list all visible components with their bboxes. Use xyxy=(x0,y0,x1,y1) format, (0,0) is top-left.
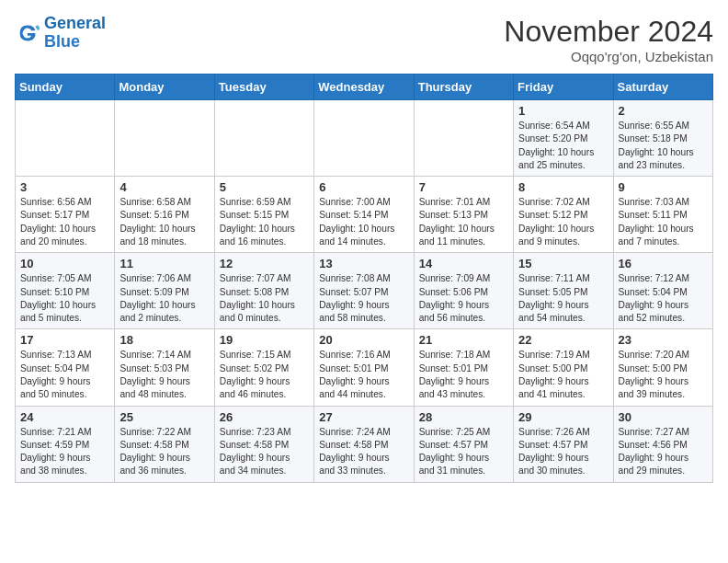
day-info: Sunrise: 7:01 AM Sunset: 5:13 PM Dayligh… xyxy=(419,196,508,248)
day-number: 1 xyxy=(518,104,608,118)
calendar-cell xyxy=(115,100,214,177)
calendar-cell: 26Sunrise: 7:23 AM Sunset: 4:58 PM Dayli… xyxy=(214,406,313,482)
calendar-cell xyxy=(314,100,414,177)
location: Oqqo'rg'on, Uzbekistan xyxy=(504,49,713,64)
day-number: 18 xyxy=(119,333,209,347)
page-header: General Blue November 2024 Oqqo'rg'on, U… xyxy=(15,15,713,64)
day-number: 8 xyxy=(518,180,608,194)
logo-icon xyxy=(15,20,40,46)
day-number: 14 xyxy=(419,257,508,270)
day-info: Sunrise: 7:11 AM Sunset: 5:05 PM Dayligh… xyxy=(518,272,608,325)
day-info: Sunrise: 6:54 AM Sunset: 5:20 PM Dayligh… xyxy=(518,120,608,172)
day-number: 20 xyxy=(319,333,408,347)
calendar-cell: 6Sunrise: 7:00 AM Sunset: 5:14 PM Daylig… xyxy=(314,177,414,253)
weekday-header: Monday xyxy=(115,75,214,100)
calendar-cell xyxy=(16,100,115,177)
day-info: Sunrise: 6:59 AM Sunset: 5:15 PM Dayligh… xyxy=(220,196,309,248)
day-info: Sunrise: 7:14 AM Sunset: 5:03 PM Dayligh… xyxy=(119,349,209,401)
calendar-week-row: 17Sunrise: 7:13 AM Sunset: 5:04 PM Dayli… xyxy=(16,329,713,406)
calendar-cell: 19Sunrise: 7:15 AM Sunset: 5:02 PM Dayli… xyxy=(214,329,313,406)
logo: General Blue xyxy=(15,15,106,52)
calendar-cell: 18Sunrise: 7:14 AM Sunset: 5:03 PM Dayli… xyxy=(115,329,214,406)
weekday-header: Sunday xyxy=(16,75,115,100)
calendar-cell xyxy=(214,100,313,177)
day-info: Sunrise: 7:27 AM Sunset: 4:56 PM Dayligh… xyxy=(619,426,708,478)
calendar-cell: 29Sunrise: 7:26 AM Sunset: 4:57 PM Dayli… xyxy=(514,406,613,482)
calendar-cell: 1Sunrise: 6:54 AM Sunset: 5:20 PM Daylig… xyxy=(514,100,613,177)
day-number: 9 xyxy=(619,180,708,194)
day-number: 7 xyxy=(419,180,508,194)
day-info: Sunrise: 7:12 AM Sunset: 5:04 PM Dayligh… xyxy=(619,272,708,325)
calendar-cell: 7Sunrise: 7:01 AM Sunset: 5:13 PM Daylig… xyxy=(414,177,513,253)
calendar: SundayMondayTuesdayWednesdayThursdayFrid… xyxy=(15,74,713,483)
day-number: 21 xyxy=(419,333,508,347)
calendar-cell: 21Sunrise: 7:18 AM Sunset: 5:01 PM Dayli… xyxy=(414,329,513,406)
day-info: Sunrise: 7:18 AM Sunset: 5:01 PM Dayligh… xyxy=(419,349,508,401)
calendar-cell: 10Sunrise: 7:05 AM Sunset: 5:10 PM Dayli… xyxy=(16,253,115,329)
day-info: Sunrise: 7:08 AM Sunset: 5:07 PM Dayligh… xyxy=(319,272,408,325)
day-info: Sunrise: 7:05 AM Sunset: 5:10 PM Dayligh… xyxy=(20,272,109,325)
day-info: Sunrise: 7:00 AM Sunset: 5:14 PM Dayligh… xyxy=(319,196,408,248)
day-info: Sunrise: 7:16 AM Sunset: 5:01 PM Dayligh… xyxy=(319,349,408,401)
day-info: Sunrise: 7:20 AM Sunset: 5:00 PM Dayligh… xyxy=(619,349,708,401)
day-info: Sunrise: 7:07 AM Sunset: 5:08 PM Dayligh… xyxy=(220,272,309,325)
calendar-cell: 17Sunrise: 7:13 AM Sunset: 5:04 PM Dayli… xyxy=(16,329,115,406)
title-block: November 2024 Oqqo'rg'on, Uzbekistan xyxy=(504,15,713,64)
day-number: 10 xyxy=(20,257,109,270)
day-info: Sunrise: 7:25 AM Sunset: 4:57 PM Dayligh… xyxy=(419,426,508,478)
calendar-cell: 4Sunrise: 6:58 AM Sunset: 5:16 PM Daylig… xyxy=(115,177,214,253)
day-number: 26 xyxy=(220,410,309,424)
day-number: 3 xyxy=(20,180,109,194)
calendar-cell: 20Sunrise: 7:16 AM Sunset: 5:01 PM Dayli… xyxy=(314,329,414,406)
calendar-cell: 24Sunrise: 7:21 AM Sunset: 4:59 PM Dayli… xyxy=(16,406,115,482)
day-number: 13 xyxy=(319,257,408,270)
calendar-week-row: 1Sunrise: 6:54 AM Sunset: 5:20 PM Daylig… xyxy=(16,100,713,177)
weekday-header: Tuesday xyxy=(214,75,313,100)
day-number: 27 xyxy=(319,410,408,424)
day-number: 19 xyxy=(220,333,309,347)
weekday-header: Friday xyxy=(514,75,613,100)
day-number: 29 xyxy=(518,410,608,424)
day-number: 11 xyxy=(119,257,209,270)
calendar-cell: 9Sunrise: 7:03 AM Sunset: 5:11 PM Daylig… xyxy=(613,177,712,253)
calendar-cell: 5Sunrise: 6:59 AM Sunset: 5:15 PM Daylig… xyxy=(214,177,313,253)
weekday-header: Wednesday xyxy=(314,75,414,100)
day-info: Sunrise: 7:09 AM Sunset: 5:06 PM Dayligh… xyxy=(419,272,508,325)
calendar-cell: 27Sunrise: 7:24 AM Sunset: 4:58 PM Dayli… xyxy=(314,406,414,482)
day-number: 22 xyxy=(518,333,608,347)
day-number: 28 xyxy=(419,410,508,424)
calendar-cell: 13Sunrise: 7:08 AM Sunset: 5:07 PM Dayli… xyxy=(314,253,414,329)
calendar-cell: 15Sunrise: 7:11 AM Sunset: 5:05 PM Dayli… xyxy=(514,253,613,329)
day-info: Sunrise: 7:23 AM Sunset: 4:58 PM Dayligh… xyxy=(220,426,309,478)
day-number: 15 xyxy=(518,257,608,270)
calendar-cell: 2Sunrise: 6:55 AM Sunset: 5:18 PM Daylig… xyxy=(613,100,712,177)
weekday-row: SundayMondayTuesdayWednesdayThursdayFrid… xyxy=(16,75,713,100)
day-info: Sunrise: 7:22 AM Sunset: 4:58 PM Dayligh… xyxy=(119,426,209,478)
day-number: 24 xyxy=(20,410,109,424)
day-info: Sunrise: 7:13 AM Sunset: 5:04 PM Dayligh… xyxy=(20,349,109,401)
day-number: 12 xyxy=(220,257,309,270)
calendar-body: 1Sunrise: 6:54 AM Sunset: 5:20 PM Daylig… xyxy=(16,100,713,483)
month-title: November 2024 xyxy=(504,15,713,49)
calendar-cell: 22Sunrise: 7:19 AM Sunset: 5:00 PM Dayli… xyxy=(514,329,613,406)
calendar-cell: 30Sunrise: 7:27 AM Sunset: 4:56 PM Dayli… xyxy=(613,406,712,482)
day-info: Sunrise: 7:26 AM Sunset: 4:57 PM Dayligh… xyxy=(518,426,608,478)
calendar-cell: 28Sunrise: 7:25 AM Sunset: 4:57 PM Dayli… xyxy=(414,406,513,482)
day-info: Sunrise: 7:15 AM Sunset: 5:02 PM Dayligh… xyxy=(220,349,309,401)
day-info: Sunrise: 7:21 AM Sunset: 4:59 PM Dayligh… xyxy=(20,426,109,478)
day-number: 30 xyxy=(619,410,708,424)
logo-text: General Blue xyxy=(44,15,106,52)
calendar-header: SundayMondayTuesdayWednesdayThursdayFrid… xyxy=(16,75,713,100)
day-info: Sunrise: 7:02 AM Sunset: 5:12 PM Dayligh… xyxy=(518,196,608,248)
calendar-cell: 16Sunrise: 7:12 AM Sunset: 5:04 PM Dayli… xyxy=(613,253,712,329)
day-info: Sunrise: 6:55 AM Sunset: 5:18 PM Dayligh… xyxy=(619,120,708,172)
day-info: Sunrise: 7:19 AM Sunset: 5:00 PM Dayligh… xyxy=(518,349,608,401)
day-number: 2 xyxy=(619,104,708,118)
calendar-cell: 3Sunrise: 6:56 AM Sunset: 5:17 PM Daylig… xyxy=(16,177,115,253)
day-number: 6 xyxy=(319,180,408,194)
day-number: 5 xyxy=(220,180,309,194)
calendar-cell: 23Sunrise: 7:20 AM Sunset: 5:00 PM Dayli… xyxy=(613,329,712,406)
day-number: 4 xyxy=(119,180,209,194)
calendar-cell: 14Sunrise: 7:09 AM Sunset: 5:06 PM Dayli… xyxy=(414,253,513,329)
calendar-cell: 8Sunrise: 7:02 AM Sunset: 5:12 PM Daylig… xyxy=(514,177,613,253)
